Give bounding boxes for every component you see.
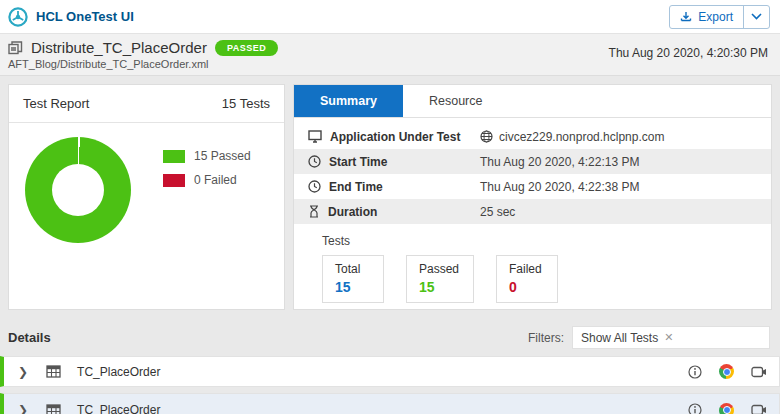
test-grid-icon xyxy=(46,404,61,414)
aut-value: civcez229.nonprod.hclpnp.com xyxy=(499,130,664,144)
filter-chip-remove-icon[interactable]: ✕ xyxy=(664,331,673,344)
test-row-2[interactable]: ❯ TC_PlaceOrder xyxy=(0,393,780,414)
video-recording-icon[interactable] xyxy=(751,404,767,414)
legend-failed-label: 0 Failed xyxy=(194,173,237,187)
main-content: Test Report 15 Tests 15 Passed 0 Failed … xyxy=(0,76,780,318)
passed-swatch xyxy=(163,150,185,163)
legend-item-passed: 15 Passed xyxy=(163,149,251,163)
summary-panel: Summary Resource Application Under Test xyxy=(293,84,772,310)
duration-value: 25 sec xyxy=(480,205,515,219)
failed-value: 0 xyxy=(509,279,543,295)
total-value: 15 xyxy=(335,279,369,295)
app-header: HCL OneTest UI Export xyxy=(0,0,780,34)
tests-summary-label: Tests xyxy=(322,234,757,248)
filter-chip: Show All Tests xyxy=(581,331,658,345)
tests-summary: Tests Total 15 Passed 15 Failed 0 xyxy=(294,224,771,303)
details-title: Details xyxy=(8,330,51,345)
app-title: HCL OneTest UI xyxy=(36,9,134,24)
export-split-button[interactable]: Export xyxy=(669,5,770,29)
tab-resource[interactable]: Resource xyxy=(403,85,509,117)
info-icon[interactable] xyxy=(688,365,702,379)
start-time-value: Thu Aug 20 2020, 4:22:13 PM xyxy=(480,155,639,169)
monitor-icon xyxy=(308,130,322,143)
globe-icon xyxy=(480,130,493,143)
test-row-name: TC_PlaceOrder xyxy=(77,403,160,414)
test-file-path: AFT_Blog/Distribute_TC_PlaceOrder.xml xyxy=(8,58,278,70)
total-label: Total xyxy=(335,262,369,276)
start-time-label: Start Time xyxy=(329,155,387,169)
export-button-label: Export xyxy=(698,10,733,24)
video-recording-icon[interactable] xyxy=(751,366,767,378)
summary-row-start-time: Start Time Thu Aug 20 2020, 4:22:13 PM xyxy=(294,149,771,174)
total-tests-box: Total 15 xyxy=(322,255,384,303)
passed-label: Passed xyxy=(419,262,459,276)
chrome-browser-icon[interactable] xyxy=(719,364,734,379)
report-document-icon xyxy=(8,41,23,55)
expand-chevron-icon[interactable]: ❯ xyxy=(18,403,28,414)
chevron-down-icon xyxy=(751,13,762,20)
tab-summary[interactable]: Summary xyxy=(294,85,403,117)
report-timestamp: Thu Aug 20 2020, 4:20:30 PM xyxy=(609,46,768,60)
info-icon[interactable] xyxy=(688,403,702,414)
test-report-panel: Test Report 15 Tests 15 Passed 0 Failed xyxy=(8,84,285,310)
test-row-1[interactable]: ❯ TC_PlaceOrder xyxy=(0,356,780,387)
details-header: Details Filters: Show All Tests ✕ xyxy=(0,318,780,356)
passed-tests-box: Passed 15 xyxy=(406,255,474,303)
clock-icon xyxy=(308,180,321,193)
clock-icon xyxy=(308,155,321,168)
legend-passed-label: 15 Passed xyxy=(194,149,251,163)
pass-fail-donut xyxy=(25,137,131,243)
brand: HCL OneTest UI xyxy=(8,7,134,27)
aut-label: Application Under Test xyxy=(330,130,460,144)
chrome-browser-icon[interactable] xyxy=(719,403,734,414)
expand-chevron-icon[interactable]: ❯ xyxy=(18,365,28,379)
export-button[interactable]: Export xyxy=(670,6,743,28)
hourglass-icon xyxy=(308,205,320,218)
filters-label: Filters: xyxy=(528,331,564,345)
test-report-title: Test Report xyxy=(23,96,89,111)
test-grid-icon xyxy=(46,365,61,378)
export-dropdown-button[interactable] xyxy=(743,6,769,28)
summary-row-aut: Application Under Test civcez229.nonprod… xyxy=(294,124,771,149)
tab-strip: Summary Resource xyxy=(294,85,771,118)
status-badge: PASSED xyxy=(215,40,278,56)
legend-item-failed: 0 Failed xyxy=(163,173,251,187)
tests-count: 15 Tests xyxy=(222,96,270,111)
summary-rows: Application Under Test civcez229.nonprod… xyxy=(294,118,771,224)
end-time-label: End Time xyxy=(329,180,383,194)
chart-legend: 15 Passed 0 Failed xyxy=(163,149,251,243)
test-row-name: TC_PlaceOrder xyxy=(77,365,160,379)
filter-input[interactable]: Show All Tests ✕ xyxy=(572,326,770,349)
test-info-bar: Distribute_TC_PlaceOrder PASSED AFT_Blog… xyxy=(0,34,780,76)
failed-swatch xyxy=(163,174,185,187)
end-time-value: Thu Aug 20 2020, 4:22:38 PM xyxy=(480,180,639,194)
summary-row-end-time: End Time Thu Aug 20 2020, 4:22:38 PM xyxy=(294,174,771,199)
hcl-onetest-logo-icon xyxy=(8,7,28,27)
passed-value: 15 xyxy=(419,279,459,295)
summary-row-duration: Duration 25 sec xyxy=(294,199,771,224)
test-title: Distribute_TC_PlaceOrder xyxy=(31,39,207,56)
failed-label: Failed xyxy=(509,262,543,276)
duration-label: Duration xyxy=(328,205,377,219)
download-icon xyxy=(680,11,692,23)
failed-tests-box: Failed 0 xyxy=(496,255,558,303)
